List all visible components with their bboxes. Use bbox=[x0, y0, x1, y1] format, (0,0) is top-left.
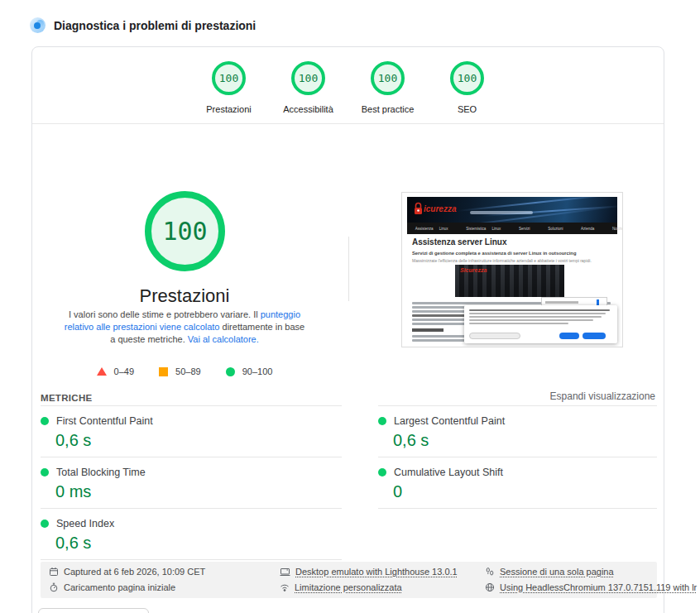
legend-label: 90–100 bbox=[242, 366, 273, 376]
metric-value: 0,6 s bbox=[393, 431, 657, 450]
gauge-seo[interactable]: 100 SEO bbox=[428, 61, 507, 114]
metric-name: Cumulative Layout Shift bbox=[394, 467, 503, 478]
metric-value: 0,6 s bbox=[55, 431, 342, 450]
pass-dot-icon bbox=[41, 520, 49, 528]
next-section-control[interactable] bbox=[38, 608, 149, 613]
score-legend: 0–49 50–89 90–100 bbox=[44, 366, 325, 376]
calendar-icon bbox=[49, 567, 59, 577]
gauge-label: Prestazioni bbox=[189, 104, 269, 114]
cookie-consent-dialog bbox=[464, 305, 617, 343]
stopwatch-icon bbox=[49, 582, 59, 592]
gauge-score: 100 bbox=[299, 72, 318, 84]
metric-name: Total Blocking Time bbox=[56, 467, 146, 478]
description-text: I valori sono delle stime e potrebbero v… bbox=[69, 309, 261, 319]
dialog-text-placeholder bbox=[469, 323, 568, 324]
fail-triangle-icon bbox=[97, 367, 107, 376]
page-title: Diagnostica i problemi di prestazioni bbox=[54, 19, 256, 32]
throttling-setting[interactable]: Limitazione personalizzata bbox=[280, 582, 402, 592]
captured-at: Captured at 6 feb 2026, 10:09 CET bbox=[49, 567, 205, 577]
monitor-icon bbox=[280, 567, 290, 577]
metrics-heading: METRICHE bbox=[41, 393, 92, 403]
calculator-link[interactable]: Vai al calcolatore. bbox=[188, 334, 259, 344]
gauge-circle: 100 bbox=[450, 61, 484, 95]
gauge-label: SEO bbox=[428, 104, 507, 114]
pass-dot-icon bbox=[41, 417, 49, 425]
metrics-column-right: Largest Contentful Paint 0,6 s Cumulativ… bbox=[378, 405, 657, 509]
performance-description: I valori sono delle stime e potrebbero v… bbox=[62, 309, 307, 346]
page-load-type: Caricamento pagina iniziale bbox=[49, 582, 175, 592]
metric-name: Speed Index bbox=[56, 518, 114, 529]
gauge-score: 100 bbox=[219, 72, 238, 84]
throttling-text[interactable]: Limitazione personalizzata bbox=[295, 582, 402, 592]
metric-cumulative-layout-shift: Cumulative Layout Shift 0 bbox=[378, 457, 657, 508]
padlock-logo-icon bbox=[413, 202, 424, 217]
pass-dot-icon bbox=[378, 468, 386, 477]
performance-score-gauge[interactable]: 100 bbox=[145, 191, 225, 271]
page-load-text: Caricamento pagina iniziale bbox=[64, 582, 175, 592]
icon-dot bbox=[34, 22, 41, 29]
gauge-circle: 100 bbox=[212, 61, 246, 95]
section-heading-placeholder bbox=[412, 328, 443, 332]
gauge-accessibilita[interactable]: 100 Accessibilità bbox=[269, 61, 348, 114]
cookie-accept-button[interactable] bbox=[583, 333, 606, 339]
emulated-device-text[interactable]: Desktop emulato with Lighthouse 13.0.1 bbox=[295, 567, 458, 577]
cookie-customize-button[interactable] bbox=[469, 333, 520, 339]
session-type[interactable]: Sessione di una sola pagina bbox=[485, 567, 614, 577]
metrics-divider bbox=[378, 508, 657, 509]
legend-label: 0–49 bbox=[114, 366, 134, 376]
emulated-device[interactable]: Desktop emulato with Lighthouse 13.0.1 bbox=[280, 567, 458, 577]
metric-value: 0,6 s bbox=[55, 534, 342, 553]
legend-label: 50–89 bbox=[175, 366, 201, 376]
metrics-divider bbox=[41, 559, 342, 560]
browser-text[interactable]: Using HeadlessChromium 137.0.7151.119 wi… bbox=[500, 582, 697, 592]
gauge-label: Accessibilità bbox=[269, 104, 348, 114]
header-divider bbox=[32, 123, 664, 124]
dialog-text-placeholder bbox=[469, 309, 610, 311]
score-summary-strip: 100 Prestazioni 100 Accessibilità 100 Be… bbox=[32, 61, 664, 114]
legend-average: 50–89 bbox=[159, 366, 201, 376]
gauge-label: Best practice bbox=[348, 104, 428, 114]
network-signal-icon bbox=[280, 582, 290, 592]
gauge-circle: 100 bbox=[371, 61, 405, 95]
dialog-text-placeholder bbox=[469, 316, 602, 318]
gauge-circle: 100 bbox=[291, 61, 325, 95]
performance-title: Prestazioni bbox=[44, 285, 325, 307]
dialog-text-placeholder bbox=[469, 313, 606, 314]
gauge-score: 100 bbox=[458, 72, 477, 84]
lighthouse-report-page: Diagnostica i problemi di prestazioni 10… bbox=[0, 0, 700, 613]
session-text[interactable]: Sessione di una sola pagina bbox=[500, 567, 614, 577]
legend-pass: 90–100 bbox=[226, 366, 273, 376]
footprints-icon bbox=[485, 567, 495, 577]
dialog-text-placeholder bbox=[469, 319, 593, 321]
site-tagline-placeholder bbox=[470, 211, 533, 214]
site-banner: icurezza bbox=[407, 197, 617, 223]
metric-total-blocking-time: Total Blocking Time 0 ms bbox=[41, 457, 342, 508]
metrics-column-left: First Contentful Paint 0,6 s Total Block… bbox=[41, 405, 342, 560]
run-environment-bar: Captured at 6 feb 2026, 10:09 CET Carica… bbox=[41, 562, 657, 598]
site-subheading: Servizi di gestione completa e assistenz… bbox=[412, 251, 576, 256]
pass-circle-icon bbox=[226, 367, 235, 376]
gauge-best-practice[interactable]: 100 Best practice bbox=[348, 61, 428, 114]
browser-version[interactable]: Using HeadlessChromium 137.0.7151.119 wi… bbox=[485, 582, 697, 592]
report-card: 100 Prestazioni 100 Accessibilità 100 Be… bbox=[31, 46, 664, 613]
site-navbar: Contattaci Assistenza Linux Sistemistica… bbox=[407, 223, 617, 234]
gauge-prestazioni[interactable]: 100 Prestazioni bbox=[189, 61, 269, 114]
expand-view-toggle[interactable]: Espandi visualizzazione bbox=[550, 390, 655, 402]
metric-speed-index: Speed Index 0,6 s bbox=[41, 508, 342, 559]
site-logo-text: icurezza bbox=[424, 204, 456, 213]
average-square-icon bbox=[159, 367, 168, 376]
pass-dot-icon bbox=[41, 468, 49, 477]
performance-score: 100 bbox=[162, 217, 207, 246]
captured-at-text: Captured at 6 feb 2026, 10:09 CET bbox=[64, 567, 205, 577]
cookie-reject-button[interactable] bbox=[559, 333, 579, 339]
pagespeed-insights-icon bbox=[30, 17, 46, 33]
metric-name: First Contentful Paint bbox=[56, 415, 153, 427]
server-rack-image: Sicurezza bbox=[455, 265, 564, 297]
metric-first-contentful-paint: First Contentful Paint 0,6 s bbox=[41, 405, 342, 457]
globe-icon bbox=[485, 582, 495, 592]
metric-largest-contentful-paint: Largest Contentful Paint 0,6 s bbox=[378, 405, 657, 457]
metrics-header: METRICHE Espandi visualizzazione bbox=[41, 390, 655, 405]
metric-value: 0 bbox=[393, 482, 657, 501]
page-screenshot-thumbnail[interactable]: icurezza Contattaci Assistenza Linux Sis… bbox=[401, 192, 623, 347]
widget-text-placeholder bbox=[545, 301, 578, 304]
